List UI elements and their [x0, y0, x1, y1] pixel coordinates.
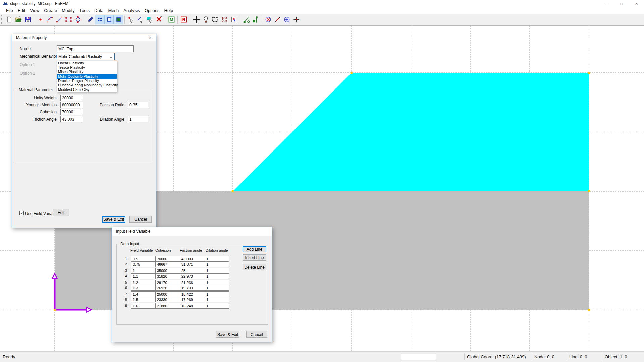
poisson-ratio-input[interactable] — [128, 102, 148, 108]
cancel-button[interactable]: Cancel — [246, 331, 267, 338]
table-cell[interactable] — [205, 256, 229, 262]
table-cell[interactable] — [205, 261, 229, 267]
menu-item-modify[interactable]: Modify — [59, 8, 77, 13]
table-cell[interactable] — [205, 291, 229, 297]
table-cell[interactable] — [155, 268, 180, 274]
table-cell[interactable] — [180, 280, 205, 285]
delete-line-button[interactable]: Delete Line — [243, 264, 266, 270]
mesh-quad-tool-icon[interactable] — [251, 15, 260, 24]
unity-weight-input[interactable] — [60, 95, 83, 101]
table-cell[interactable] — [131, 280, 156, 285]
crosshair-tool-icon[interactable] — [292, 15, 301, 24]
menu-item-data[interactable]: Data — [92, 8, 106, 13]
table-cell[interactable] — [155, 261, 180, 267]
table-cell[interactable] — [155, 285, 180, 291]
name-input[interactable] — [57, 45, 134, 52]
material-tool-icon[interactable]: M — [167, 15, 176, 24]
dropdown-item[interactable]: Duncan-Chang Nonlinearly Elasticity — [57, 83, 117, 87]
table-cell[interactable] — [131, 256, 156, 262]
cancel-button[interactable]: Cancel — [129, 216, 152, 223]
chevron-down-icon[interactable]: ⌄ — [109, 53, 113, 60]
friction-angle-input[interactable] — [60, 116, 83, 122]
behavior-combobox[interactable]: Mohr-Coulomb Plasticity ⌄ — [57, 53, 115, 60]
arc-tool-icon[interactable] — [45, 15, 54, 24]
table-cell[interactable] — [205, 268, 229, 274]
menu-item-analysis[interactable]: Analysis — [121, 8, 142, 13]
polygon-tool-icon[interactable] — [73, 15, 82, 24]
youngs-modulus-input[interactable] — [60, 102, 83, 108]
table-cell[interactable] — [155, 297, 180, 302]
use-field-variable-checkbox[interactable]: ✓ — [19, 211, 24, 215]
region-outline-tool-icon[interactable] — [105, 15, 113, 24]
dropdown-item[interactable]: Linear Elasticity — [57, 61, 117, 65]
circle-plus-tool-icon[interactable] — [282, 15, 291, 24]
edit-button[interactable]: Edit — [53, 209, 69, 216]
table-cell[interactable] — [180, 273, 205, 279]
table-cell[interactable] — [155, 303, 180, 309]
result-tool-icon[interactable]: R — [179, 15, 188, 24]
add-line-button[interactable]: Add Line — [243, 246, 266, 252]
table-cell[interactable] — [131, 297, 156, 302]
measure-circle-tool-icon[interactable] — [264, 15, 272, 24]
table-cell[interactable] — [155, 280, 180, 285]
table-cell[interactable] — [180, 291, 205, 297]
maximize-icon[interactable]: □ — [614, 0, 629, 7]
menu-item-help[interactable]: Help — [162, 8, 176, 13]
minimize-icon[interactable]: – — [599, 0, 614, 7]
insert-line-button[interactable]: Insert Line — [243, 254, 266, 261]
table-cell[interactable] — [205, 280, 229, 285]
table-cell[interactable] — [180, 297, 205, 302]
table-cell[interactable] — [205, 273, 229, 279]
mesh-triangle-tool-icon[interactable] — [242, 15, 251, 24]
zoom-window-tool-icon[interactable] — [211, 15, 219, 24]
point-tool-icon[interactable] — [36, 15, 45, 24]
pen-tool-icon[interactable] — [86, 15, 95, 24]
table-cell[interactable] — [180, 268, 205, 274]
region-fill-tool-icon[interactable] — [114, 15, 123, 24]
close-icon[interactable]: ✕ — [148, 34, 152, 41]
line-tool-icon[interactable] — [55, 15, 63, 24]
pan-tool-icon[interactable] — [192, 15, 201, 24]
rectangle-tool-icon[interactable] — [64, 15, 73, 24]
dropdown-item[interactable]: Mises Plasticity — [57, 70, 117, 74]
dilation-angle-input[interactable] — [128, 116, 148, 122]
table-cell[interactable] — [155, 273, 180, 279]
cohesion-input[interactable] — [60, 109, 83, 115]
table-cell[interactable] — [155, 291, 180, 297]
zoom-dynamic-tool-icon[interactable] — [201, 15, 210, 24]
save-file-icon[interactable] — [23, 15, 32, 24]
table-cell[interactable] — [205, 285, 229, 291]
grid-points-tool-icon[interactable] — [95, 15, 104, 24]
table-cell[interactable] — [205, 297, 229, 302]
table-cell[interactable] — [180, 285, 205, 291]
close-icon[interactable]: ✕ — [629, 0, 644, 7]
dialog-titlebar[interactable]: Input Field Variable — [112, 227, 272, 236]
zoom-previous-tool-icon[interactable] — [229, 15, 238, 24]
menu-item-view[interactable]: View — [28, 8, 42, 13]
menu-item-mesh[interactable]: Mesh — [106, 8, 121, 13]
menu-item-tools[interactable]: Tools — [77, 8, 92, 13]
table-cell[interactable] — [205, 303, 229, 309]
select-point-tool-icon[interactable] — [126, 15, 135, 24]
dropdown-item[interactable]: Drucker-Prager Plasticity — [57, 79, 117, 83]
dropdown-item[interactable]: Tresca Plasticity — [57, 65, 117, 70]
save-exit-button[interactable]: Save & Exit — [102, 216, 125, 223]
menu-item-file[interactable]: File — [4, 8, 15, 13]
dropdown-item[interactable]: Modified Cam-Clay — [57, 87, 117, 92]
table-cell[interactable] — [180, 261, 205, 267]
zoom-extents-tool-icon[interactable] — [220, 15, 229, 24]
new-file-icon[interactable] — [5, 15, 13, 24]
table-cell[interactable] — [180, 303, 205, 309]
table-cell[interactable] — [131, 261, 156, 267]
table-cell[interactable] — [180, 256, 205, 262]
delete-tool-icon[interactable] — [155, 15, 163, 24]
menu-item-options[interactable]: Options — [142, 8, 162, 13]
table-cell[interactable] — [155, 256, 180, 262]
dropdown-item[interactable]: Mohr-Coulomb Plasticity — [57, 74, 117, 79]
open-file-icon[interactable] — [14, 15, 23, 24]
table-cell[interactable] — [131, 303, 156, 309]
table-cell[interactable] — [131, 268, 156, 274]
table-cell[interactable] — [131, 285, 156, 291]
menu-item-edit[interactable]: Edit — [15, 8, 28, 13]
save-exit-button[interactable]: Save & Exit — [216, 331, 239, 338]
